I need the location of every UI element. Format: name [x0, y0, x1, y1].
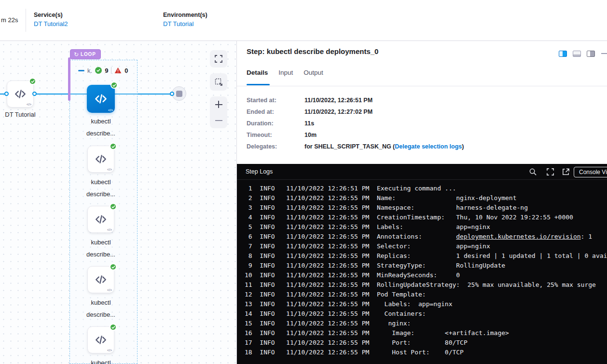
console-view-button[interactable]: Console View [574, 167, 607, 177]
log-line: 1 INFO 11/10/2022 12:26:51 PM Executing … [245, 184, 607, 193]
layout-right-view-icon[interactable] [587, 51, 595, 57]
log-body[interactable]: 1 INFO 11/10/2022 12:26:51 PM Executing … [237, 180, 607, 364]
step-node-label: kubectldescribe... [72, 357, 130, 364]
tab-input[interactable]: Input [278, 69, 293, 82]
step-node-kubectl-describe[interactable]: </> [87, 326, 114, 353]
detail-row-timeout: Timeout:10m [247, 130, 317, 139]
fullscreen-button[interactable] [210, 50, 227, 67]
environments-label: Environment(s) [163, 12, 207, 18]
step-node-label: kubectldescribe... [72, 297, 130, 321]
log-line: 5 INFO 11/10/2022 12:26:55 PM Labels: ap… [245, 222, 607, 232]
matrix-header: k. 9 0 [78, 66, 128, 75]
log-line: 14 INFO 11/10/2022 12:26:55 PM Container… [245, 309, 607, 319]
log-line: 16 INFO 11/10/2022 12:26:55 PM Image: <+… [245, 328, 607, 338]
tab-details[interactable]: Details [247, 69, 268, 82]
collapse-icon[interactable] [78, 70, 84, 71]
divider [26, 9, 26, 32]
code-icon [95, 213, 107, 226]
loop-accent-bar [68, 57, 70, 101]
step-logs-header: Step Logs Console View [237, 164, 607, 180]
service-link[interactable]: DT Tutorial2 [34, 20, 68, 27]
success-check-icon [110, 263, 117, 270]
detail-row-started: Started at:11/10/2022, 12:26:51 PM [247, 95, 372, 104]
step-node-label: DT Tutorial [0, 108, 49, 121]
step-node-label: kubectldescribe... [72, 236, 130, 260]
success-check-icon [29, 78, 36, 85]
code-icon [14, 88, 27, 100]
detail-row-ended: Ended at:11/10/2022, 12:27:02 PM [247, 107, 372, 116]
zoom-out-button[interactable] [210, 112, 227, 128]
fullscreen-icon [215, 55, 222, 63]
step-node-kubectl-describe[interactable]: </> [87, 266, 114, 293]
log-line: 17 INFO 11/10/2022 12:26:55 PM Port: 80/… [245, 338, 607, 348]
detail-row-duration: Duration:11s [247, 119, 314, 127]
log-line: 11 INFO 11/10/2022 12:26:55 PM RollingUp… [245, 280, 607, 290]
shell-script-mini-icon: </> [107, 349, 112, 352]
edge-connector-dot [32, 92, 37, 96]
matrix-name: k. [87, 67, 92, 74]
layout-split-view-icon[interactable] [559, 51, 567, 57]
log-line: 9 INFO 11/10/2022 12:26:55 PM StrategyTy… [245, 261, 607, 270]
search-icon[interactable] [529, 168, 537, 176]
success-check-icon [110, 203, 117, 210]
pipeline-graph-canvas[interactable]: ↻ LOOP k. 9 0 </> DT Tutorial </> [0, 41, 236, 364]
success-check-icon [110, 324, 117, 331]
delegate-selection-logs-link[interactable]: Delegate selection logs [395, 143, 462, 150]
step-node-label: kubectldescribe... [72, 115, 130, 139]
loop-badge: ↻ LOOP [70, 49, 101, 59]
warning-icon [114, 67, 122, 74]
divider [237, 86, 607, 86]
shell-script-mini-icon: </> [107, 288, 112, 292]
log-line: 7 INFO 11/10/2022 12:26:55 PM Selector: … [245, 242, 607, 251]
shell-script-mini-icon: </> [107, 228, 112, 231]
failed-count: 0 [124, 67, 128, 74]
success-check-icon [110, 81, 118, 89]
log-annotation-link[interactable]: deployment.kubernetes.io/revision [456, 233, 580, 240]
success-check-icon [95, 67, 102, 74]
step-node-selected[interactable]: </> [87, 85, 115, 113]
fullscreen-logs-icon[interactable] [546, 168, 554, 176]
code-icon [95, 273, 107, 286]
step-title: Step: kubectl describe deployments_0 [247, 47, 378, 55]
edge-connector-dot [4, 92, 9, 96]
code-icon [95, 153, 107, 165]
zoom-controls [210, 96, 227, 128]
detail-tabs: Details Input Output [247, 69, 323, 82]
log-line: 12 INFO 11/10/2022 12:26:55 PM Pod Templ… [245, 290, 607, 299]
log-line: 13 INFO 11/10/2022 12:26:55 PM Labels: a… [245, 299, 607, 309]
tab-output[interactable]: Output [304, 69, 323, 82]
stop-icon [176, 91, 182, 97]
code-icon [95, 334, 107, 346]
log-line: 10 INFO 11/10/2022 12:26:55 PM MinReadyS… [245, 270, 607, 280]
selection-icon [215, 78, 222, 86]
minus-icon [215, 120, 222, 121]
log-line: 3 INFO 11/10/2022 12:26:55 PM Namespace:… [245, 203, 607, 213]
zoom-in-button[interactable] [210, 96, 227, 112]
minimize-icon[interactable] [601, 53, 607, 54]
active-tab-indicator [247, 84, 270, 85]
step-node-dt-tutorial[interactable]: </> [7, 81, 34, 108]
success-check-icon [110, 143, 117, 150]
log-line: 18 INFO 11/10/2022 12:26:55 PM Host Port… [245, 348, 607, 357]
log-line: 15 INFO 11/10/2022 12:26:55 PM nginx: [245, 319, 607, 328]
log-line: 6 INFO 11/10/2022 12:26:55 PM Annotation… [245, 232, 607, 242]
step-node-kubectl-describe[interactable]: </> [87, 146, 114, 173]
log-line: 4 INFO 11/10/2022 12:26:55 PM CreationTi… [245, 213, 607, 222]
environment-link[interactable]: DT Tutorial [163, 20, 193, 27]
shell-script-mini-icon: </> [27, 103, 31, 106]
step-node-kubectl-describe[interactable]: </> [87, 206, 114, 233]
divider [111, 67, 111, 74]
shell-script-mini-icon: </> [107, 168, 112, 171]
success-count: 9 [105, 67, 108, 74]
code-icon [94, 92, 108, 106]
layout-bottom-view-icon[interactable] [573, 51, 581, 57]
log-line: 8 INFO 11/10/2022 12:26:55 PM Replicas: … [245, 251, 607, 261]
detail-row-delegates: Delegates:for SHELL_SCRIPT_TASK_NG (Dele… [247, 142, 464, 150]
step-node-label: kubectldescribe... [72, 176, 130, 200]
execution-header-bar: m 22s Service(s) DT Tutorial2 Environmen… [0, 0, 607, 41]
services-label: Service(s) [34, 12, 63, 18]
open-in-new-icon[interactable] [562, 168, 570, 176]
fit-selection-button[interactable] [210, 73, 227, 91]
edge-connector-dot [170, 92, 174, 96]
step-details-panel: Step: kubectl describe deployments_0 Det… [236, 41, 607, 364]
